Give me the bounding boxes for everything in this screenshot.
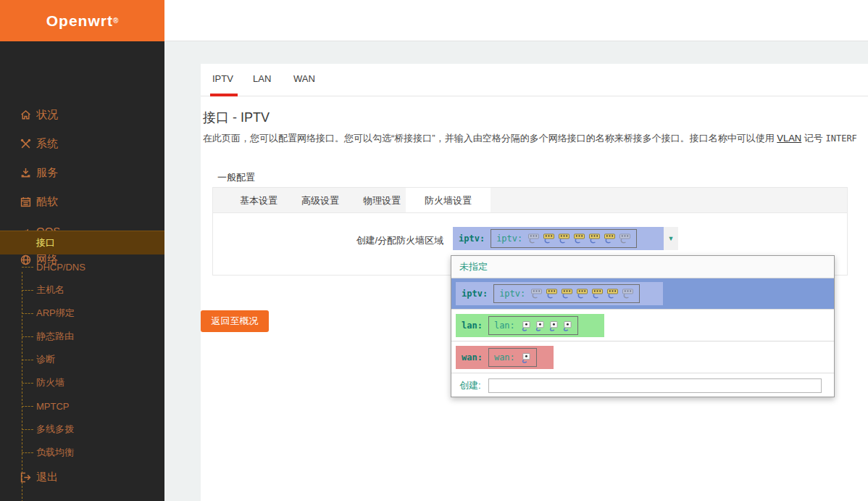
zone-name-label: lan: bbox=[462, 320, 483, 331]
sidebar-item-hostname[interactable]: 主机名 bbox=[0, 279, 164, 301]
zone-name-label: iptv: bbox=[459, 233, 485, 244]
tab-iptv[interactable]: IPTV bbox=[212, 73, 233, 84]
tree-branch bbox=[22, 336, 33, 337]
ethernet-switch-icon bbox=[527, 233, 540, 244]
ethernet-switch-icon bbox=[546, 289, 558, 299]
tree-branch bbox=[22, 360, 33, 360]
sidebar-subitem-label: 静态路由 bbox=[36, 330, 74, 343]
sidebar-item-services[interactable]: 服务 bbox=[0, 162, 164, 183]
description-text: 记号 bbox=[801, 133, 825, 144]
ethernet-switch-icon bbox=[604, 233, 616, 244]
sidebar-item-label: 酷软 bbox=[36, 195, 58, 209]
tree-branch bbox=[22, 383, 33, 384]
tree-branch bbox=[22, 290, 33, 291]
ethernet-port-icon bbox=[520, 352, 531, 363]
ethernet-switch-icon bbox=[591, 289, 604, 299]
sidebar-item-interfaces[interactable]: 接口 bbox=[0, 231, 164, 254]
active-tab-underline bbox=[210, 94, 238, 96]
option-zone-wan[interactable]: wan: wan: bbox=[451, 342, 834, 373]
vlan-link[interactable]: VLAN bbox=[777, 133, 801, 144]
back-to-overview-button[interactable]: 返回至概况 bbox=[201, 310, 269, 332]
tree-branch bbox=[22, 429, 33, 430]
ethernet-switch-icon bbox=[576, 289, 588, 299]
sidebar-item-mptcp[interactable]: MPTCP bbox=[0, 395, 164, 417]
home-icon bbox=[20, 109, 32, 120]
tools-icon bbox=[20, 138, 32, 149]
zone-chip-iptv: iptv: iptv: bbox=[456, 282, 663, 305]
sidebar: 状况 系统 服务 酷软 QOS 网络 接口 DHCP/DNS bbox=[0, 41, 164, 501]
sidebar-item-static-routes[interactable]: 静态路由 bbox=[0, 326, 164, 347]
description-code: INTERF bbox=[825, 133, 856, 144]
sidebar-item-label: 状况 bbox=[36, 108, 58, 122]
page-title: 接口 - IPTV bbox=[203, 109, 270, 126]
brand-logo[interactable]: Openwrt® bbox=[0, 0, 164, 41]
option-zone-lan[interactable]: lan: lan: bbox=[451, 310, 834, 341]
ethernet-switch-icon bbox=[558, 233, 570, 244]
option-create-zone: 创建: bbox=[451, 373, 834, 397]
tree-branch bbox=[22, 406, 33, 407]
create-zone-label: 创建: bbox=[459, 379, 481, 392]
zone-interfaces-box: iptv: bbox=[491, 229, 637, 248]
tab-wan[interactable]: WAN bbox=[293, 73, 315, 84]
select-dropdown-arrow[interactable]: ▼ bbox=[664, 227, 678, 250]
download-icon bbox=[20, 167, 32, 178]
section-title: 一般配置 bbox=[217, 171, 255, 184]
ethernet-switch-icon bbox=[530, 289, 543, 299]
sidebar-item-system[interactable]: 系统 bbox=[0, 133, 164, 154]
firewall-zone-select[interactable]: iptv: iptv: ▼ bbox=[453, 227, 678, 250]
sidebar-item-status[interactable]: 状况 bbox=[0, 104, 164, 125]
sidebar-subitem-label: 主机名 bbox=[36, 283, 64, 297]
create-zone-input[interactable] bbox=[488, 378, 822, 393]
registered-mark: ® bbox=[113, 17, 118, 25]
option-unspecified[interactable]: 未指定 bbox=[451, 256, 834, 278]
ethernet-port-icon bbox=[562, 320, 572, 331]
sidebar-subitem-label: 诊断 bbox=[36, 353, 55, 366]
subtab-firewall[interactable]: 防火墙设置 bbox=[406, 188, 491, 213]
logout-icon bbox=[20, 471, 32, 483]
sidebar-item-label: 服务 bbox=[36, 166, 58, 180]
sidebar-item-diagnostics[interactable]: 诊断 bbox=[0, 349, 164, 370]
ethernet-port-icon bbox=[534, 320, 545, 331]
sidebar-item-kusoft[interactable]: 酷软 bbox=[0, 191, 164, 212]
sidebar-item-multiwan[interactable]: 多线多拨 bbox=[0, 418, 164, 440]
option-zone-iptv[interactable]: iptv: iptv: bbox=[451, 278, 834, 310]
sidebar-subitem-label: MPTCP bbox=[36, 401, 70, 412]
settings-subtabs: 基本设置 高级设置 物理设置 防火墙设置 bbox=[212, 187, 848, 212]
sidebar-subitem-label: 负载均衡 bbox=[36, 446, 74, 459]
page-description: 在此页面，您可以配置网络接口。您可以勾选“桥接接口”，并输入由空格分隔的多个网络… bbox=[203, 132, 868, 145]
sidebar-item-label: 退出 bbox=[36, 471, 58, 484]
description-text: 在此页面，您可以配置网络接口。您可以勾选“桥接接口”，并输入由空格分隔的多个网络… bbox=[203, 133, 777, 144]
zone-name-label: iptv: bbox=[462, 289, 488, 299]
ethernet-switch-icon bbox=[606, 289, 619, 299]
zone-chip-wan: wan: wan: bbox=[456, 346, 554, 369]
zone-interfaces-box: wan: bbox=[488, 348, 537, 367]
zone-interfaces-box: iptv: bbox=[493, 284, 640, 303]
zone-interfaces-box: lan: bbox=[488, 316, 578, 335]
ethernet-switch-icon bbox=[573, 233, 585, 244]
sidebar-item-label: 系统 bbox=[36, 137, 58, 151]
ethernet-switch-icon bbox=[622, 289, 634, 299]
ethernet-switch-icon bbox=[588, 233, 601, 244]
sidebar-subitem-label: 多线多拨 bbox=[36, 423, 74, 436]
sidebar-item-load-balancing[interactable]: 负载均衡 bbox=[0, 442, 164, 463]
tree-branch bbox=[22, 452, 33, 453]
sidebar-subitem-label: ARP绑定 bbox=[36, 307, 75, 320]
sidebar-subitem-label: 防火墙 bbox=[36, 376, 64, 389]
sidebar-item-firewall[interactable]: 防火墙 bbox=[0, 372, 164, 394]
tree-branch bbox=[22, 267, 33, 268]
zone-inner-label: wan: bbox=[494, 352, 515, 363]
selected-zone-value[interactable]: iptv: iptv: bbox=[453, 227, 664, 250]
sidebar-subitem-label: DHCP/DNS bbox=[36, 262, 85, 273]
tab-lan[interactable]: LAN bbox=[253, 73, 271, 84]
sidebar-item-logout[interactable]: 退出 bbox=[0, 466, 164, 488]
sidebar-item-arp-binding[interactable]: ARP绑定 bbox=[0, 302, 164, 324]
ethernet-port-icon bbox=[548, 320, 559, 331]
zone-dropdown-panel: 未指定 iptv: iptv: bbox=[451, 255, 835, 397]
sidebar-item-dhcp-dns[interactable]: DHCP/DNS bbox=[0, 256, 164, 278]
ethernet-switch-icon bbox=[543, 233, 555, 244]
main-content: IPTV LAN WAN 接口 - IPTV 在此页面，您可以配置网络接口。您可… bbox=[201, 64, 868, 501]
zone-chip-lan: lan: lan: bbox=[456, 314, 604, 337]
ethernet-switch-icon bbox=[561, 289, 573, 299]
zone-inner-label: lan: bbox=[494, 320, 515, 331]
ethernet-switch-icon bbox=[619, 233, 631, 244]
